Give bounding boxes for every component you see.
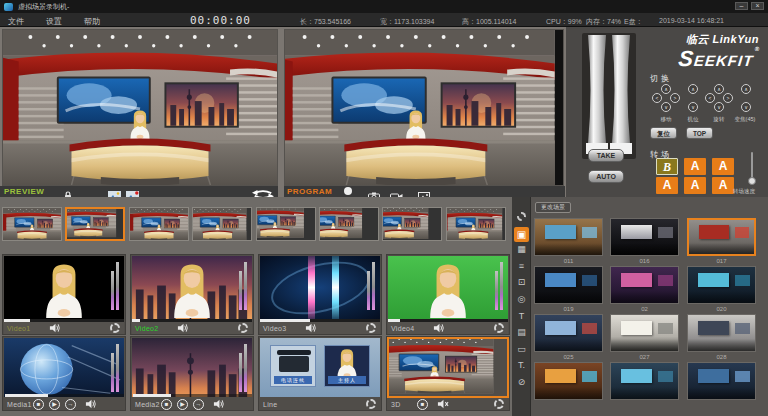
transition-b-button[interactable]: B: [656, 158, 678, 175]
media-source-panel-media2[interactable]: Media2■▶→: [130, 336, 254, 411]
speaker-icon[interactable]: [81, 399, 97, 410]
menu-help[interactable]: 帮助: [84, 16, 100, 27]
video-thumbnail[interactable]: [4, 256, 124, 319]
video-source-panel-2[interactable]: Video2: [130, 254, 254, 335]
open-button[interactable]: ■: [161, 399, 172, 410]
change-scene-button[interactable]: 更改场景: [535, 202, 571, 213]
speaker-icon[interactable]: [173, 323, 189, 334]
video-source-panel-4[interactable]: Video4: [386, 254, 510, 335]
pad-arrow-button[interactable]: ∨: [741, 102, 751, 112]
scene-thumbnail-028[interactable]: [687, 314, 756, 352]
media-progress-bar[interactable]: [133, 394, 252, 397]
media-source-panel-line[interactable]: 电话连线主持人Line: [258, 336, 382, 411]
loop-button[interactable]: →: [193, 399, 204, 410]
speaker-icon[interactable]: [209, 399, 225, 410]
pad-arrow-button[interactable]: ∧: [688, 84, 698, 94]
gear-icon[interactable]: [238, 323, 248, 333]
layers-icon[interactable]: ▤: [515, 326, 528, 339]
open-button[interactable]: ■: [33, 399, 44, 410]
menu-settings[interactable]: 设置: [46, 16, 62, 27]
pad-arrow-button[interactable]: >: [723, 93, 733, 103]
shot-thumbnail-2[interactable]: [65, 207, 125, 241]
mute-icon[interactable]: ⊘: [515, 376, 528, 389]
transition-a-button[interactable]: A: [656, 177, 678, 194]
list-icon[interactable]: ≡: [515, 260, 528, 273]
transition-a-button[interactable]: A: [684, 177, 706, 194]
gear-icon[interactable]: [515, 210, 528, 223]
video-thumbnail[interactable]: [132, 256, 252, 319]
scene-thumbnail-017[interactable]: [687, 218, 756, 256]
shot-thumbnail-7[interactable]: [382, 207, 442, 241]
speaker-icon[interactable]: [429, 323, 445, 334]
media-thumbnail[interactable]: [387, 337, 509, 398]
pad-arrow-button[interactable]: ∨: [714, 102, 724, 112]
media-thumbnail[interactable]: [4, 338, 124, 397]
pad-arrow-button[interactable]: >: [670, 93, 680, 103]
media-source-panel-media1[interactable]: Media1■▶→: [2, 336, 126, 411]
minimize-button[interactable]: –: [735, 2, 748, 10]
pad-arrow-button[interactable]: ∨: [661, 102, 671, 112]
pad-arrow-button[interactable]: ∧: [714, 84, 724, 94]
scene-thumbnail-016[interactable]: [610, 218, 679, 256]
media-thumbnail[interactable]: [132, 338, 252, 397]
media-source-panel-3d[interactable]: 3D■: [386, 336, 510, 411]
gear-icon[interactable]: [494, 399, 504, 409]
gear-icon[interactable]: [110, 323, 120, 333]
transition-speed-knob[interactable]: [748, 177, 756, 185]
media-thumbnail[interactable]: 电话连线主持人: [260, 338, 380, 397]
scene-thumbnail-020[interactable]: [687, 266, 756, 304]
scene-thumbnail[interactable]: [534, 362, 603, 400]
video-source-panel-3[interactable]: Video3: [258, 254, 382, 335]
monitor-icon[interactable]: ⊡: [515, 276, 528, 289]
take-button[interactable]: TAKE: [588, 149, 624, 162]
shot-thumbnail-8[interactable]: [446, 207, 506, 241]
menu-file[interactable]: 文件: [8, 16, 24, 27]
scene-thumbnail-011[interactable]: [534, 218, 603, 256]
transition-a-button[interactable]: A: [684, 158, 706, 175]
shot-thumbnail-6[interactable]: [319, 207, 379, 241]
pad-arrow-button[interactable]: <: [705, 93, 715, 103]
speaker-icon[interactable]: [301, 323, 317, 334]
grid-icon[interactable]: ▦: [515, 243, 528, 256]
save-icon[interactable]: ▣: [514, 227, 529, 242]
shot-thumbnail-3[interactable]: [129, 207, 189, 241]
pad-arrow-button[interactable]: ∧: [741, 84, 751, 94]
folder-icon[interactable]: ▭: [515, 343, 528, 356]
open-button[interactable]: ■: [417, 399, 428, 410]
scene-thumbnail-027[interactable]: [610, 314, 679, 352]
pad-arrow-button[interactable]: ∨: [688, 102, 698, 112]
bulb-icon[interactable]: ◎: [515, 293, 528, 306]
speaker-icon[interactable]: [45, 323, 61, 334]
shot-thumbnail-5[interactable]: [256, 207, 316, 241]
play-button[interactable]: ▶: [49, 399, 60, 410]
media-progress-bar[interactable]: [5, 394, 124, 397]
scene-thumbnail[interactable]: [610, 362, 679, 400]
transition-a-button[interactable]: A: [712, 177, 734, 194]
scene-thumbnail-02[interactable]: [610, 266, 679, 304]
close-button[interactable]: ×: [751, 2, 764, 10]
loop-button[interactable]: →: [65, 399, 76, 410]
scene-thumbnail[interactable]: [687, 362, 756, 400]
host-box[interactable]: 主持人: [324, 345, 370, 387]
auto-button[interactable]: AUTO: [588, 170, 624, 183]
pad-arrow-button[interactable]: ∧: [661, 84, 671, 94]
play-button[interactable]: ▶: [177, 399, 188, 410]
reset-button[interactable]: 复位: [650, 127, 677, 139]
scene-thumbnail-025[interactable]: [534, 314, 603, 352]
gear-icon[interactable]: [366, 399, 376, 409]
title-icon[interactable]: T: [515, 310, 528, 323]
muted-speaker-icon[interactable]: [433, 399, 449, 410]
shot-thumbnail-4[interactable]: [192, 207, 252, 241]
top-button[interactable]: TOP: [686, 127, 713, 139]
video-thumbnail[interactable]: [388, 256, 508, 319]
scene-thumbnail-019[interactable]: [534, 266, 603, 304]
transition-a-button[interactable]: A: [712, 158, 734, 175]
gear-icon[interactable]: [366, 323, 376, 333]
video-source-panel-1[interactable]: Video1: [2, 254, 126, 335]
pad-arrow-button[interactable]: <: [652, 93, 662, 103]
text-icon[interactable]: T.: [515, 359, 528, 372]
phone-call-box[interactable]: 电话连线: [270, 345, 316, 387]
video-thumbnail[interactable]: [260, 256, 380, 319]
t-bar-fader[interactable]: [576, 33, 642, 161]
gear-icon[interactable]: [494, 323, 504, 333]
